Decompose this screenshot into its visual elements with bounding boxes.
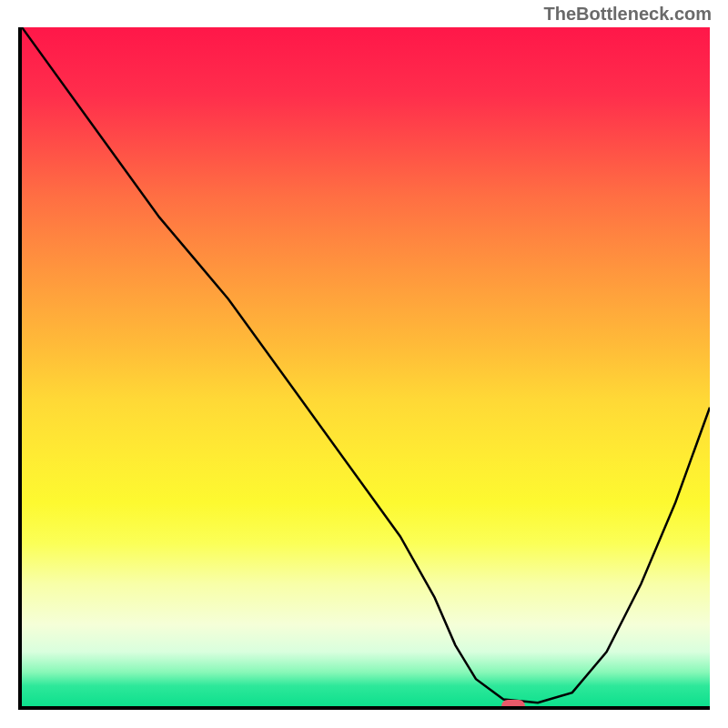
plot-area [18, 27, 710, 710]
watermark-text: TheBottleneck.com [544, 4, 712, 25]
chart-container: TheBottleneck.com [0, 0, 728, 728]
optimal-marker [501, 700, 525, 710]
bottleneck-curve [22, 27, 710, 703]
curve-svg [22, 27, 710, 706]
